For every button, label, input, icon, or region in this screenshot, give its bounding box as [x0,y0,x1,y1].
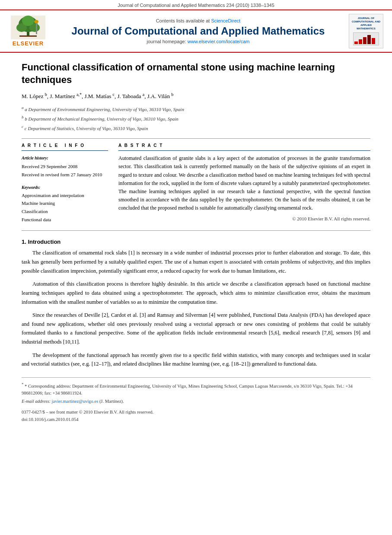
article-info-heading: A R T I C L E I N F O [22,143,108,148]
journal-logo-box: JOURNAL OFCOMPUTATIONAL ANDAPPLIEDMATHEM… [349,14,383,48]
abstract-text: Automated classification of granite slab… [118,154,370,212]
article-info-col: A R T I C L E I N F O Article history: R… [22,143,108,223]
journal-citation: Journal of Computational and Applied Mat… [0,0,392,10]
intro-para-2: Automation of this classification proces… [22,280,370,306]
received-date-1: Received 29 September 2008 [22,162,108,171]
footnote-area: * * Corresponding address: Department of… [22,377,370,423]
journal-header: ELSEVIER Contents lists available at Sci… [0,10,392,53]
journal-center: Contents lists available at ScienceDirec… [54,18,342,45]
keyword-2: Machine learning [22,199,108,207]
issn-line: 0377-0427/$ – see front matter © 2010 El… [22,409,370,416]
elsevier-logo: ELSEVIER [9,16,48,47]
svg-rect-13 [367,35,371,44]
copyright-notice: © 2010 Elsevier B.V. All rights reserved… [118,216,370,221]
header-divider [22,138,370,139]
authors-line: M. López b, J. Martínez a,*, J.M. Matías… [22,92,370,100]
svg-rect-12 [363,37,367,44]
contents-available: Contents lists available at ScienceDirec… [54,18,342,23]
affiliation-c: c c Department of Statistics, University… [22,124,370,132]
affiliation-b: b b Department of Mechanical Engineering… [22,114,370,123]
abstract-divider [118,150,370,151]
doi-line: doi:10.1016/j.cam.2010.01.054 [22,416,370,424]
keywords-label: Keywords: [22,185,108,190]
keyword-3: Classification [22,207,108,216]
intro-para-1: The classification of ornamental rock sl… [22,248,370,275]
keyword-4: Functional data [22,216,108,224]
intro-para-3: Since the researches of Deville [2], Car… [22,311,370,347]
svg-rect-11 [359,39,362,44]
footnote-email: E-mail address: javier.martinez@uvigo.es… [22,398,370,405]
homepage-link[interactable]: www.elsevier.com/locate/cam [188,39,250,44]
affiliation-a: a a Department of Environmental Engineer… [22,105,370,113]
affiliations: a a Department of Environmental Engineer… [22,105,370,133]
svg-rect-2 [19,35,37,37]
article-history: Article history: Received 29 September 2… [22,154,108,178]
journal-title: Journal of Computational and Applied Mat… [54,25,342,38]
received-date-2: Received in revised form 27 January 2010 [22,171,108,179]
svg-rect-14 [372,38,375,44]
footnote-star: * * Corresponding address: Department of… [22,381,370,397]
abstract-heading: A B S T R A C T [118,143,370,148]
paper-title: Functional classification of ornamental … [22,61,370,86]
intro-heading: 1. Introduction [22,239,370,245]
intro-para-4: The development of the functional approa… [22,351,370,369]
svg-rect-7 [36,22,37,34]
journal-homepage: journal homepage: www.elsevier.com/locat… [54,39,342,44]
article-info-abstract: A R T I C L E I N F O Article history: R… [22,143,370,223]
abstract-col: A B S T R A C T Automated classification… [118,143,370,223]
main-content: Functional classification of ornamental … [0,53,392,432]
email-link[interactable]: javier.martinez@uvigo.es [52,399,99,404]
sciencedirect-link[interactable]: ScienceDirect [211,18,240,23]
keywords-section: Keywords: Approximation and interpolatio… [22,185,108,224]
elsevier-brand-text: ELSEVIER [13,40,44,47]
keyword-1: Approximation and interpolation [22,191,108,200]
keywords-list: Approximation and interpolation Machine … [22,191,108,224]
svg-point-6 [22,16,34,26]
content-divider [22,230,370,231]
article-info-divider [22,150,108,151]
svg-rect-10 [354,41,358,44]
svg-point-8 [34,20,38,23]
history-label: Article history: [22,154,108,162]
